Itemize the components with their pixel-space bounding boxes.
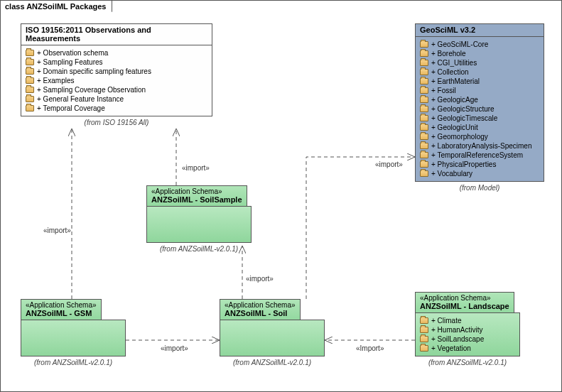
- folder-icon: [26, 87, 34, 93]
- package-geosciml-title: GeoSciML v3.2: [420, 26, 539, 34]
- folder-icon: [420, 170, 428, 177]
- package-soilsample-stereo: «Application Schema»: [151, 187, 242, 195]
- package-geosciml: GeoSciML v3.2 + GeoSciML-Core + Borehole…: [415, 23, 544, 192]
- package-geosciml-items: + GeoSciML-Core + Borehole + CGI_Utiliti…: [420, 40, 539, 178]
- folder-icon: [420, 69, 428, 75]
- import-label: «Import»: [356, 344, 384, 352]
- folder-icon: [420, 124, 428, 131]
- package-iso-items: + Observation schema + Sampling Features…: [26, 48, 207, 113]
- folder-icon: [420, 87, 428, 94]
- package-landscape-items: + Climate + HumanActivity + SoilLandscap…: [420, 316, 515, 353]
- package-soil: «Application Schema» ANZSoilML - Soil (f…: [220, 299, 325, 366]
- folder-icon: [26, 77, 34, 84]
- package-soil-stereo: «Application Schema»: [225, 301, 296, 309]
- package-landscape-stereo: «Application Schema»: [420, 294, 509, 302]
- folder-icon: [26, 68, 34, 75]
- package-iso: ISO 19156:2011 Observations and Measurem…: [21, 23, 212, 126]
- folder-icon: [420, 78, 428, 85]
- folder-icon: [26, 59, 34, 65]
- import-label: «import»: [161, 344, 188, 352]
- folder-icon: [420, 143, 428, 149]
- package-soil-note: (from ANZSoilML-v2.0.1): [220, 359, 325, 366]
- diagram-frame: class ANZSoilML Packages ISO 19156:2011 …: [0, 0, 562, 392]
- folder-icon: [420, 345, 428, 352]
- package-iso-note: (from ISO 19156 All): [21, 119, 212, 126]
- package-landscape: «Application Schema» ANZSoilML - Landsca…: [415, 292, 520, 366]
- package-soilsample-title: ANZSoilML - SoilSample: [151, 195, 242, 204]
- folder-icon: [26, 96, 34, 102]
- frame-title-text: class ANZSoilML Packages: [5, 2, 106, 11]
- folder-icon: [420, 317, 428, 324]
- import-label: «import»: [246, 275, 274, 283]
- folder-icon: [420, 161, 428, 168]
- folder-icon: [26, 105, 34, 111]
- package-iso-title: ISO 19156:2011 Observations and Measurem…: [26, 26, 207, 43]
- folder-icon: [420, 60, 428, 66]
- package-soil-title: ANZSoilML - Soil: [225, 309, 296, 317]
- folder-icon: [420, 50, 428, 57]
- package-gsm-stereo: «Application Schema»: [26, 301, 97, 309]
- folder-icon: [420, 134, 428, 140]
- package-landscape-title: ANZSoilML - Landscape: [420, 302, 509, 310]
- package-gsm-title: ANZSoilML - GSM: [26, 309, 97, 317]
- folder-icon: [420, 327, 428, 333]
- import-label: «import»: [43, 227, 71, 234]
- package-gsm: «Application Schema» ANZSoilML - GSM (fr…: [21, 299, 126, 366]
- folder-icon: [420, 336, 428, 342]
- package-geosciml-note: (from Model): [415, 184, 544, 192]
- package-gsm-note: (from ANZSoilML-v2.0.1): [21, 359, 126, 366]
- folder-icon: [26, 50, 34, 56]
- frame-title: class ANZSoilML Packages: [0, 0, 112, 12]
- package-soilsample: «Application Schema» ANZSoilML - SoilSam…: [146, 185, 252, 253]
- package-soilsample-note: (from ANZSoilML-v2.0.1): [146, 245, 252, 253]
- folder-icon: [420, 41, 428, 48]
- import-label: «import»: [182, 164, 210, 172]
- package-landscape-note: (from ANZSoilML-v2.0.1): [415, 359, 520, 366]
- folder-icon: [420, 152, 428, 158]
- import-label: «import»: [375, 160, 403, 168]
- folder-icon: [420, 97, 428, 103]
- folder-icon: [420, 115, 428, 121]
- folder-icon: [420, 106, 428, 112]
